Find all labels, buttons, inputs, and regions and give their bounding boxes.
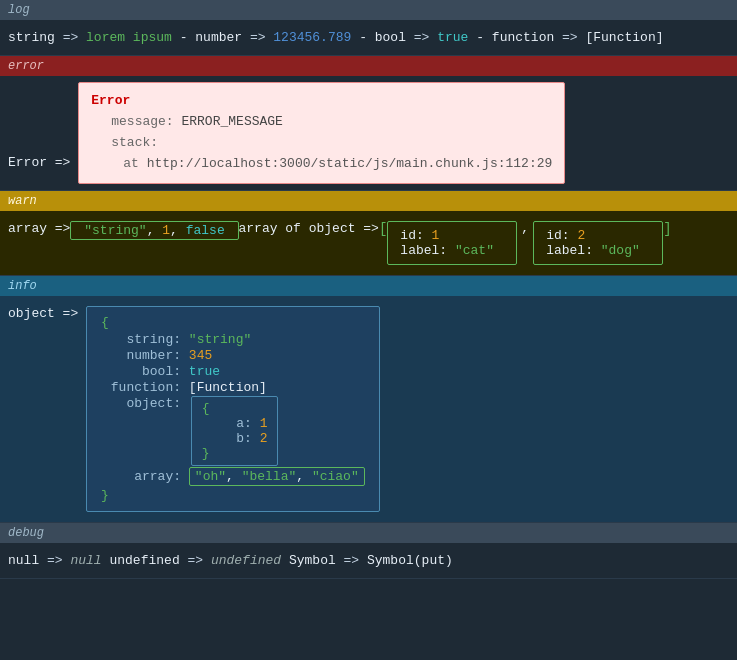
- nested-b: b: 2: [202, 431, 268, 446]
- array-item-2: false: [186, 223, 225, 238]
- symbol-label: Symbol: [289, 553, 336, 568]
- object-field: object: { a: 1 b: 2: [101, 396, 365, 466]
- obj1-id-key: id:: [546, 228, 577, 243]
- warn-line: array => "string" , 1 , false array of o…: [8, 221, 729, 265]
- undefined-label: undefined: [109, 553, 179, 568]
- bool-label: bool: [375, 30, 406, 45]
- nested-a: a: 1: [202, 416, 268, 431]
- debug-header-label: debug: [8, 526, 44, 540]
- error-box: Error message: ERROR_MESSAGE stack: at h…: [78, 82, 565, 183]
- mid-comma: ,: [521, 221, 529, 236]
- function-value: [Function]: [585, 30, 663, 45]
- object-of-array-label: array of object =>: [239, 221, 379, 236]
- b-val: 2: [260, 431, 268, 446]
- null-arrow: =>: [47, 553, 70, 568]
- a-val: 1: [260, 416, 268, 431]
- log-section: log string => lorem ipsum - number => 12…: [0, 0, 737, 56]
- arrow4: =>: [562, 30, 585, 45]
- log-header-label: log: [8, 3, 30, 17]
- function-key: function:: [101, 380, 181, 395]
- info-array-val: "oh", "bella", "ciao": [189, 467, 365, 486]
- nested-close: }: [202, 446, 268, 461]
- string-val: "string": [189, 332, 251, 347]
- open-bracket: [: [379, 221, 387, 237]
- arrow3: =>: [414, 30, 437, 45]
- undefined-arrow: =>: [188, 553, 211, 568]
- number-val: 345: [189, 348, 212, 363]
- debug-body: null => null undefined => undefined Symb…: [0, 543, 737, 578]
- function-label: function: [492, 30, 554, 45]
- separator3: -: [476, 30, 492, 45]
- object-item-1: id: 2 label: "dog": [533, 221, 663, 265]
- obj0-id-key: id:: [400, 228, 431, 243]
- string-key: string:: [101, 332, 181, 347]
- number-field: number: 345: [101, 348, 365, 363]
- info-body: object => { string: "string" number: 345…: [0, 296, 737, 522]
- obj1-label-val: "dog": [601, 243, 640, 258]
- object-label: object =>: [8, 306, 86, 321]
- warn-body: array => "string" , 1 , false array of o…: [0, 211, 737, 275]
- close-bracket: ]: [663, 221, 671, 237]
- error-message-value: ERROR_MESSAGE: [181, 114, 282, 129]
- null-label: null: [8, 553, 39, 568]
- obj-open-brace: {: [101, 315, 365, 330]
- info-object-box: { string: "string" number: 345 bool: tru…: [86, 306, 380, 512]
- number-value: 123456.789: [273, 30, 351, 45]
- separator2: -: [359, 30, 375, 45]
- object-key: object:: [101, 396, 181, 411]
- function-val: [Function]: [189, 380, 267, 395]
- array-field: array: "oh", "bella", "ciao": [101, 467, 365, 486]
- string-label: string: [8, 30, 55, 45]
- number-label: number: [195, 30, 242, 45]
- comma1: ,: [147, 223, 163, 238]
- objects-container: id: 1 label: "cat" , id: 2 label: "dog": [387, 221, 663, 265]
- null-value: null: [70, 553, 101, 568]
- nested-object-box: { a: 1 b: 2 }: [191, 396, 279, 466]
- array-item-1: 1: [162, 223, 170, 238]
- log-header: log: [0, 0, 737, 20]
- error-stack-label: stack:: [111, 135, 158, 150]
- object-item-0: id: 1 label: "cat": [387, 221, 517, 265]
- undefined-value: undefined: [211, 553, 281, 568]
- obj0-label-val: "cat": [455, 243, 494, 258]
- bool-field: bool: true: [101, 364, 365, 379]
- comma2: ,: [170, 223, 186, 238]
- string-field: string: "string": [101, 332, 365, 347]
- nested-open: {: [202, 401, 268, 416]
- error-at: at: [123, 156, 139, 171]
- error-header: error: [0, 56, 737, 76]
- inline-array: "string" , 1 , false: [70, 221, 238, 240]
- warn-header: warn: [0, 191, 737, 211]
- arrow2: =>: [250, 30, 273, 45]
- info-section: info object => { string: "string" number…: [0, 276, 737, 523]
- info-line: object => { string: "string" number: 345…: [8, 306, 729, 512]
- warn-header-label: warn: [8, 194, 37, 208]
- number-key: number:: [101, 348, 181, 363]
- separator1: -: [180, 30, 196, 45]
- arrow1: =>: [63, 30, 86, 45]
- error-header-label: error: [8, 59, 44, 73]
- info-header: info: [0, 276, 737, 296]
- info-array-content: "oh": [195, 469, 226, 484]
- bool-key: bool:: [101, 364, 181, 379]
- symbol-value: Symbol(put): [367, 553, 453, 568]
- debug-section: debug null => null undefined => undefine…: [0, 523, 737, 579]
- error-body: Error => Error message: ERROR_MESSAGE st…: [0, 76, 737, 189]
- array-item-0: "string": [76, 223, 146, 238]
- debug-header: debug: [0, 523, 737, 543]
- obj1-id-val: 2: [577, 228, 585, 243]
- array-label: array =>: [8, 221, 70, 236]
- warn-section: warn array => "string" , 1 , false array…: [0, 191, 737, 276]
- bool-val: true: [189, 364, 220, 379]
- error-title: Error: [91, 93, 130, 108]
- a-key: a:: [202, 416, 252, 431]
- obj0-label-key: label:: [400, 243, 455, 258]
- function-field: function: [Function]: [101, 380, 365, 395]
- error-message-label: message:: [111, 114, 173, 129]
- error-url: http://localhost:3000/static/js/main.chu…: [147, 156, 553, 171]
- info-header-label: info: [8, 279, 37, 293]
- log-body: string => lorem ipsum - number => 123456…: [0, 20, 737, 55]
- obj1-label-key: label:: [546, 243, 601, 258]
- bool-value: true: [437, 30, 468, 45]
- obj0-id-val: 1: [432, 228, 440, 243]
